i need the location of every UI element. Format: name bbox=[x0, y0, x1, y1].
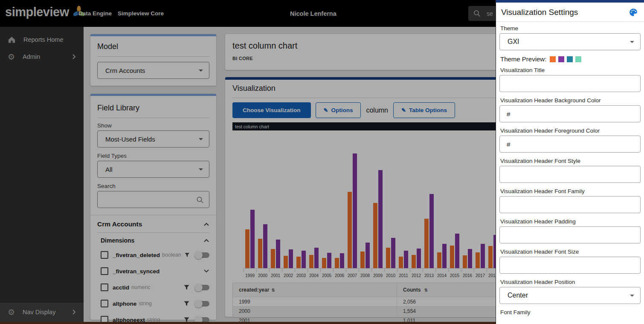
bar-group-2002 bbox=[282, 153, 295, 268]
field-toggle[interactable] bbox=[195, 301, 209, 307]
table-options-button[interactable]: ✎Table Options bbox=[393, 102, 455, 118]
simpleview-logo[interactable]: simpleview bbox=[5, 5, 86, 19]
visualization-title-input[interactable] bbox=[499, 75, 641, 92]
sidebar-item-reports-home[interactable]: Reports Home bbox=[0, 31, 84, 48]
bar-series-2-2016[interactable] bbox=[468, 249, 472, 268]
choose-visualization-button[interactable]: Choose Visualization bbox=[232, 102, 311, 118]
bar-counts-2011[interactable] bbox=[399, 257, 403, 268]
axis-tick bbox=[359, 269, 371, 272]
bar-counts-2007[interactable] bbox=[348, 192, 352, 268]
dimensions-section-header[interactable]: Dimensions bbox=[97, 237, 209, 244]
bar-series-2-2004[interactable] bbox=[314, 248, 319, 268]
sidebar-item-admin[interactable]: ⚙ Admin bbox=[0, 48, 84, 65]
toggle-knob bbox=[194, 284, 203, 292]
bar-counts-2008[interactable] bbox=[360, 252, 365, 268]
visualization-header-font-size-input[interactable] bbox=[499, 257, 641, 274]
bar-series-2-2007[interactable] bbox=[353, 153, 357, 268]
logo-text: simpleview bbox=[5, 5, 69, 19]
bar-series-2-2011[interactable] bbox=[404, 251, 408, 268]
toggle-knob bbox=[194, 300, 203, 308]
bar-series-2-2015[interactable] bbox=[455, 234, 459, 268]
table-header-created-year[interactable]: created:year ⇅ bbox=[233, 283, 397, 297]
field-checkbox[interactable] bbox=[101, 284, 108, 291]
field-checkbox[interactable] bbox=[101, 251, 108, 259]
bar-counts-2005[interactable] bbox=[322, 258, 326, 268]
column-header-label: created:year bbox=[239, 287, 269, 293]
visualization-header-font-family-input[interactable] bbox=[499, 196, 641, 213]
field-types-select[interactable]: All bbox=[97, 161, 209, 178]
bar-series-2-2014[interactable] bbox=[442, 244, 447, 268]
axis-tick bbox=[269, 269, 282, 272]
bar-counts-2012[interactable] bbox=[412, 255, 416, 268]
bar-series-2-2017[interactable] bbox=[481, 244, 485, 268]
bar-group-2001 bbox=[269, 153, 282, 268]
bar-counts-2001[interactable] bbox=[271, 249, 275, 268]
user-name[interactable]: Nicole Lenferna bbox=[290, 10, 337, 17]
bar-series-2-2005[interactable] bbox=[327, 253, 331, 268]
axis-tick bbox=[371, 269, 384, 272]
bar-series-2-2000[interactable] bbox=[263, 224, 267, 268]
bar-series-2-2012[interactable] bbox=[417, 249, 421, 268]
field-toggle[interactable] bbox=[195, 252, 209, 258]
theme-color-swatch bbox=[558, 56, 564, 62]
bar-counts-2003[interactable] bbox=[296, 257, 301, 268]
bar-counts-2006[interactable] bbox=[335, 258, 339, 268]
sort-icon[interactable]: ⇅ bbox=[271, 288, 275, 292]
bar-counts-2004[interactable] bbox=[309, 255, 313, 268]
bar-group-2015 bbox=[448, 153, 461, 268]
visualization-header-foreground-color-input[interactable]: # bbox=[499, 136, 641, 153]
visualization-header-background-color-label: Visualization Header Background Color bbox=[500, 97, 641, 104]
filter-icon[interactable] bbox=[185, 252, 189, 257]
sidebar-item-nav-display[interactable]: ⚙ Nav Display bbox=[0, 302, 84, 322]
nav-item-data-engine[interactable]: Data Engine bbox=[78, 10, 112, 17]
bar-counts-2000[interactable] bbox=[258, 239, 262, 268]
visualization-header-font-size-field: Visualization Header Font Size bbox=[499, 249, 641, 274]
bar-series-2-2010[interactable] bbox=[391, 238, 395, 268]
x-axis-label: 2015 bbox=[448, 272, 461, 278]
bar-series-2-2013[interactable] bbox=[429, 194, 434, 268]
filter-icon[interactable] bbox=[184, 301, 189, 306]
bar-series-2-2008[interactable] bbox=[366, 243, 370, 268]
nav-item-simpleview-core[interactable]: Simpleview Core bbox=[118, 10, 164, 17]
theme-select[interactable]: GXI bbox=[499, 33, 641, 50]
bar-counts-2002[interactable] bbox=[284, 256, 288, 268]
settings-title: Visualization Settings bbox=[501, 8, 578, 17]
bar-series-2-2001[interactable] bbox=[276, 240, 280, 268]
field-toggle[interactable] bbox=[195, 285, 209, 290]
visualization-header-position-select[interactable]: Center bbox=[499, 287, 641, 304]
options-button[interactable]: ✎Options bbox=[316, 102, 361, 118]
field-search-input[interactable] bbox=[97, 191, 209, 208]
show-select[interactable]: Most-Used Fields bbox=[97, 130, 209, 148]
x-axis-label: 2011 bbox=[397, 272, 410, 278]
field-types-label: Field Types bbox=[97, 153, 209, 159]
bar-counts-2016[interactable] bbox=[463, 255, 467, 268]
bar-counts-2009[interactable] bbox=[373, 203, 377, 268]
visualization-header-background-color-input[interactable]: # bbox=[499, 105, 641, 122]
bar-counts-2017[interactable] bbox=[476, 252, 480, 268]
bar-counts-2010[interactable] bbox=[386, 248, 390, 268]
axis-tick bbox=[256, 269, 269, 272]
field-checkbox[interactable] bbox=[101, 267, 108, 275]
crm-accounts-group-header[interactable]: Crm Accounts bbox=[97, 220, 209, 228]
bar-series-2-2006[interactable] bbox=[340, 253, 344, 268]
bar-counts-2014[interactable] bbox=[437, 252, 441, 268]
bar-series-2-2003[interactable] bbox=[302, 251, 306, 268]
search-label: Search bbox=[97, 183, 209, 189]
filter-icon[interactable] bbox=[184, 285, 189, 290]
visualization-header-padding-input[interactable] bbox=[499, 226, 641, 243]
bar-counts-2015[interactable] bbox=[450, 246, 454, 268]
bar-group-2014 bbox=[435, 153, 448, 268]
axis-tick bbox=[307, 269, 320, 272]
model-select[interactable]: Crm Accounts bbox=[97, 62, 209, 79]
bar-counts-2018[interactable] bbox=[488, 246, 493, 268]
bar-counts-1999[interactable] bbox=[245, 229, 249, 268]
palette-icon[interactable] bbox=[629, 8, 638, 17]
bar-counts-2013[interactable] bbox=[424, 219, 429, 268]
sort-icon[interactable]: ⇅ bbox=[424, 288, 428, 292]
bar-series-2-1999[interactable] bbox=[250, 210, 255, 268]
bar-series-2-2002[interactable] bbox=[289, 249, 293, 268]
bar-series-2-2009[interactable] bbox=[378, 170, 383, 268]
field-checkbox[interactable] bbox=[101, 300, 108, 307]
visualization-header-font-style-input[interactable] bbox=[499, 166, 641, 183]
axis-tick bbox=[448, 269, 461, 272]
